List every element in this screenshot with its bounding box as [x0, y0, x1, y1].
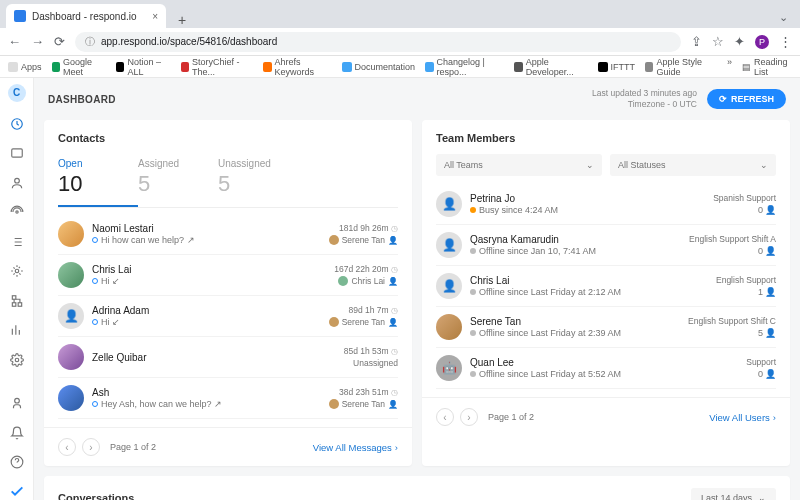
meta-info: Last updated 3 minutes ago Timezone - 0 … [592, 88, 697, 110]
svg-point-2 [14, 178, 19, 183]
share-icon[interactable]: ⇪ [691, 34, 702, 49]
next-page-button[interactable]: › [82, 438, 100, 456]
svg-point-9 [14, 399, 19, 404]
address-bar: ← → ⟳ ⓘ app.respond.io/space/54816/dashb… [0, 28, 800, 56]
extensions-icon[interactable]: ✦ [734, 34, 745, 49]
tab-unassigned[interactable]: Unassigned 5 [218, 154, 298, 207]
teams-filter[interactable]: All Teams⌄ [436, 154, 602, 176]
gear-icon[interactable] [9, 264, 25, 280]
workspace-logo[interactable]: C [8, 84, 26, 102]
contacts-icon[interactable] [9, 175, 25, 191]
apps-bookmark[interactable]: Apps [8, 62, 42, 72]
close-icon[interactable]: × [152, 11, 158, 22]
contact-row[interactable]: Ash Hey Ash, how can we help? ↗ 38d 23h … [58, 378, 398, 419]
clock-icon: ◷ [391, 224, 398, 233]
star-icon[interactable]: ☆ [712, 34, 724, 49]
back-icon[interactable]: ← [8, 34, 21, 49]
reading-list[interactable]: ▤Reading List [742, 57, 792, 77]
page-indicator: Page 1 of 2 [488, 412, 534, 422]
card-title: Contacts [58, 132, 398, 144]
refresh-button[interactable]: ⟳ REFRESH [707, 89, 786, 109]
url-text: app.respond.io/space/54816/dashboard [101, 36, 277, 47]
user-icon[interactable] [9, 396, 25, 412]
forward-icon[interactable]: → [31, 34, 44, 49]
contacts-card: Contacts Open 10 Assigned 5 Unassigned 5 [44, 120, 412, 466]
view-all-messages-link[interactable]: View All Messages› [313, 442, 398, 453]
next-page-button[interactable]: › [460, 408, 478, 426]
date-range-select[interactable]: Last 14 days ⌄ [691, 488, 776, 500]
avatar [58, 262, 84, 288]
settings-icon[interactable] [9, 352, 25, 368]
topbar: DASHBOARD Last updated 3 minutes ago Tim… [44, 78, 790, 120]
bookmarks-bar: Apps Google Meet Notion – ALL StoryChief… [0, 56, 800, 78]
bookmark-item[interactable]: Documentation [342, 62, 416, 72]
avatar: 🤖 [436, 355, 462, 381]
contact-row[interactable]: Zelle Quibar 85d 1h 53m ◷ Unassigned [58, 337, 398, 378]
avatar [58, 385, 84, 411]
bookmark-item[interactable]: IFTTT [598, 62, 636, 72]
prev-page-button[interactable]: ‹ [436, 408, 454, 426]
page-title: DASHBOARD [48, 94, 116, 105]
tab-assigned[interactable]: Assigned 5 [138, 154, 218, 207]
menu-icon[interactable]: ⋮ [779, 34, 792, 49]
avatar [58, 344, 84, 370]
bookmark-item[interactable]: Google Meet [52, 57, 107, 77]
member-row[interactable]: 👤 Petrina Jo Busy since 4:24 AM Spanish … [436, 184, 776, 225]
assignee-avatar [329, 235, 339, 245]
brand-logo-icon[interactable] [9, 484, 25, 500]
bell-icon[interactable] [9, 425, 25, 441]
avatar [58, 221, 84, 247]
channel-icon [92, 278, 98, 284]
profile-avatar[interactable]: P [755, 35, 769, 49]
bookmark-item[interactable]: Notion – ALL [116, 57, 171, 77]
page-indicator: Page 1 of 2 [110, 442, 156, 452]
overflow-icon[interactable]: » [727, 57, 732, 77]
channel-icon [92, 237, 98, 243]
chevron-down-icon: ⌄ [758, 493, 766, 500]
status-dot-icon [470, 207, 476, 213]
member-row[interactable]: 👤 Qasryna Kamarudin Offline since Jan 10… [436, 225, 776, 266]
member-row[interactable]: Serene Tan Offline since Last Friday at … [436, 307, 776, 348]
member-row[interactable]: 👤 Chris Lai Offline since Last Friday at… [436, 266, 776, 307]
list-icon[interactable] [9, 234, 25, 250]
bookmark-item[interactable]: Apple Developer... [514, 57, 587, 77]
chevron-down-icon: ⌄ [760, 160, 768, 170]
contact-row[interactable]: Naomi Lestari Hi how can we help? ↗ 181d… [58, 214, 398, 255]
conversations-card: Conversations Last 14 days ⌄ [44, 476, 790, 500]
team-card: Team Members All Teams⌄ All Statuses⌄ 👤 … [422, 120, 790, 466]
card-footer: ‹ › Page 1 of 2 View All Users› [422, 397, 790, 436]
user-icon: 👤 [388, 236, 398, 245]
messages-icon[interactable] [9, 146, 25, 162]
chevron-down-icon[interactable]: ⌄ [779, 11, 794, 28]
url-input[interactable]: ⓘ app.respond.io/space/54816/dashboard [75, 32, 681, 52]
help-icon[interactable] [9, 455, 25, 471]
main-content: DASHBOARD Last updated 3 minutes ago Tim… [34, 78, 800, 500]
card-title: Team Members [436, 132, 776, 144]
bookmark-item[interactable]: StoryChief - The... [181, 57, 254, 77]
new-tab-button[interactable]: + [172, 12, 192, 28]
member-row[interactable]: 🤖 Quan Lee Offline since Last Friday at … [436, 348, 776, 389]
contacts-tabs: Open 10 Assigned 5 Unassigned 5 [58, 154, 398, 208]
prev-page-button[interactable]: ‹ [58, 438, 76, 456]
tab-open[interactable]: Open 10 [58, 154, 138, 207]
svg-point-3 [15, 211, 17, 213]
contact-row[interactable]: 👤 Adrina Adam Hi ↙ 89d 1h 7m ◷ Serene Ta… [58, 296, 398, 337]
svg-rect-5 [12, 296, 16, 300]
bookmark-item[interactable]: Apple Style Guide [645, 57, 717, 77]
sidebar: C [0, 78, 34, 500]
bookmark-item[interactable]: Changelog | respo... [425, 57, 504, 77]
contact-row[interactable]: Chris Lai Hi ↙ 167d 22h 20m ◷ Chris Lai … [58, 255, 398, 296]
status-filter[interactable]: All Statuses⌄ [610, 154, 776, 176]
view-all-users-link[interactable]: View All Users› [709, 412, 776, 423]
reload-icon[interactable]: ⟳ [54, 34, 65, 49]
bookmark-item[interactable]: Ahrefs Keywords [263, 57, 331, 77]
card-footer: ‹ › Page 1 of 2 View All Messages› [44, 427, 412, 466]
reports-icon[interactable] [9, 323, 25, 339]
lock-icon: ⓘ [85, 35, 95, 49]
browser-tab[interactable]: Dashboard - respond.io × [6, 4, 166, 28]
card-title: Conversations [58, 492, 134, 500]
workflow-icon[interactable] [9, 293, 25, 309]
broadcast-icon[interactable] [9, 205, 25, 221]
avatar: 👤 [436, 232, 462, 258]
dashboard-icon[interactable] [9, 116, 25, 132]
